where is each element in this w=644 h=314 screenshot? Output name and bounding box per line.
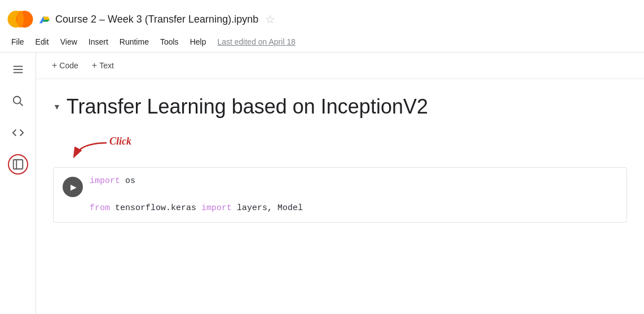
plus-text-icon: + [92,60,97,71]
code-line-1: import os [90,175,303,188]
add-text-button[interactable]: + Text [87,58,118,73]
run-button[interactable] [63,177,83,197]
add-text-label: Text [99,61,114,70]
menu-help[interactable]: Help [186,35,211,49]
svg-point-2 [17,11,24,28]
svg-line-7 [20,103,23,106]
code-content: import os from tensorflow.keras import l… [90,175,303,215]
sidebar-files-icon[interactable] [8,154,28,175]
menu-tools[interactable]: Tools [156,35,183,49]
notebook-content: ▼ Transfer Learning based on InceptionV2… [36,79,644,234]
sidebar-code-icon[interactable] [8,123,28,143]
sidebar [0,53,36,314]
plus-code-icon: + [52,60,57,71]
menu-runtime[interactable]: Runtime [115,35,153,49]
drive-icon [38,13,51,25]
kw-import-1: import [90,176,120,186]
title-row: Course 2 – Week 3 (Transfer Learning).ip… [7,0,637,35]
menu-file[interactable]: File [7,35,29,49]
last-edited-label[interactable]: Last edited on April 18 [217,37,295,46]
kw-from: from [90,203,110,213]
menu-edit[interactable]: Edit [31,35,54,49]
colab-logo [7,6,34,33]
add-code-label: Code [59,61,78,70]
main-layout: + Code + Text ▼ Transfer Learning based … [0,53,644,314]
annotation-wrapper: Click [64,134,627,163]
kw-import-2: import [201,203,232,213]
menu-view[interactable]: View [56,35,82,49]
menu-row: File Edit View Insert Runtime Tools Help… [7,35,637,52]
code-line-blank [90,188,303,202]
click-annotation-label: Click [109,136,131,147]
code-cell: import os from tensorflow.keras import l… [53,167,627,223]
menu-insert[interactable]: Insert [84,35,113,49]
svg-rect-8 [13,160,23,169]
notebook-area: + Code + Text ▼ Transfer Learning based … [36,53,644,314]
kw-os: os [125,176,135,186]
code-line-2: from tensorflow.keras import layers, Mod… [90,202,303,215]
star-icon[interactable]: ☆ [265,12,275,26]
notebook-title: Course 2 – Week 3 (Transfer Learning).ip… [55,14,258,25]
sidebar-search-icon[interactable] [8,91,28,111]
kw-tensorflow: tensorflow.keras [115,203,201,213]
heading-cell: ▼ Transfer Learning based on InceptionV2 [53,90,627,123]
kw-layers: layers, Model [237,203,303,213]
svg-point-6 [13,97,20,104]
top-bar: Course 2 – Week 3 (Transfer Learning).ip… [0,0,644,53]
heading-text: Transfer Learning based on InceptionV2 [67,95,428,119]
sidebar-menu-icon[interactable] [8,59,28,80]
collapse-arrow-icon[interactable]: ▼ [53,102,61,111]
add-code-button[interactable]: + Code [47,58,83,73]
toolbar-row: + Code + Text [36,53,644,79]
